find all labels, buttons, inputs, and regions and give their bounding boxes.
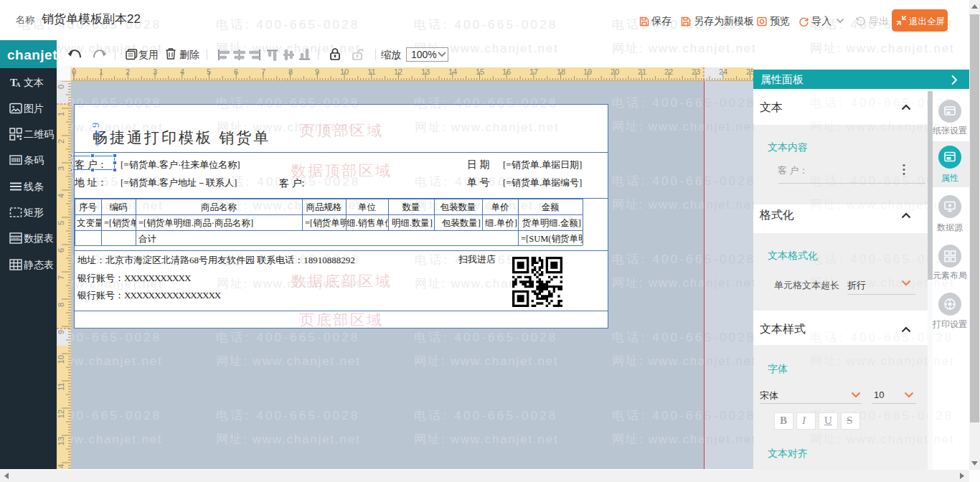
svg-text:3: 3 [57,166,65,171]
svg-text:19: 19 [583,67,592,76]
svg-text:17: 17 [529,67,538,76]
svg-text:2: 2 [57,139,65,143]
svg-text:A: A [16,81,21,88]
svg-text:1: 1 [57,112,65,116]
svg-text:10: 10 [340,67,349,76]
svg-text:7: 7 [261,67,265,76]
svg-text:22: 22 [664,67,673,76]
svg-text:5: 5 [207,67,211,76]
svg-text:24: 24 [719,67,727,76]
svg-text:18: 18 [557,67,565,76]
svg-text:5: 5 [57,221,65,225]
svg-text:21: 21 [638,67,646,76]
svg-text:7: 7 [57,275,65,280]
svg-text:8: 8 [288,67,293,76]
svg-text:1: 1 [99,67,103,76]
svg-text:23: 23 [692,67,700,76]
svg-text:16: 16 [502,67,511,76]
svg-text:20: 20 [611,67,619,76]
svg-text:12: 12 [57,410,65,418]
svg-text:13: 13 [421,67,430,76]
svg-text:4: 4 [57,194,65,198]
svg-text:9: 9 [315,67,319,76]
svg-text:8: 8 [57,303,65,307]
svg-text:6: 6 [234,67,238,76]
svg-text:0: 0 [57,85,65,89]
svg-text:13: 13 [57,437,65,445]
svg-text:14: 14 [448,67,457,76]
svg-text:14: 14 [57,464,65,469]
svg-text:11: 11 [367,67,375,76]
svg-text:25: 25 [746,67,753,76]
svg-text:11: 11 [57,382,65,390]
svg-text:15: 15 [476,67,484,76]
svg-text:6: 6 [57,248,65,252]
svg-text:10: 10 [57,355,65,364]
svg-text:4: 4 [180,67,184,76]
svg-text:9: 9 [57,330,65,334]
svg-text:3: 3 [153,67,157,76]
svg-text:2: 2 [126,67,130,76]
svg-text:12: 12 [394,67,402,76]
